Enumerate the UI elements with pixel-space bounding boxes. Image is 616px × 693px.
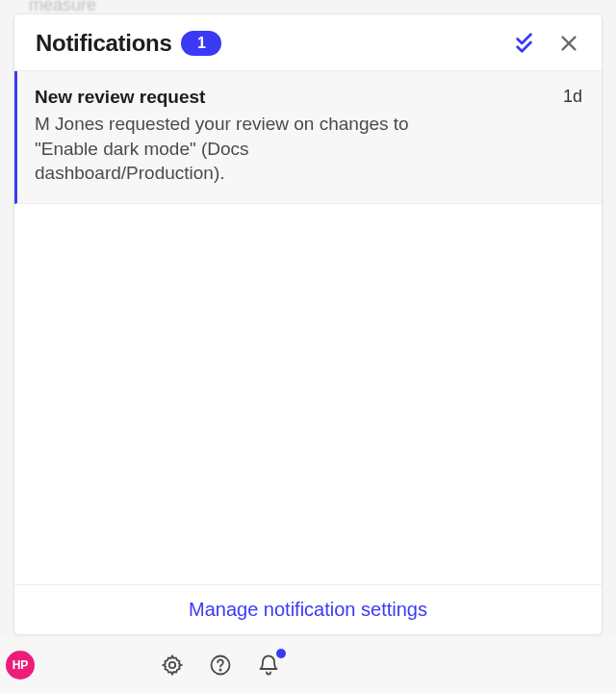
panel-header: Notifications 1 (14, 14, 602, 71)
notifications-panel: Notifications 1 New review request M Jon… (13, 13, 603, 635)
notification-item[interactable]: New review request M Jones requested you… (14, 71, 602, 204)
settings-button[interactable] (160, 653, 185, 678)
header-actions (511, 30, 582, 57)
notifications-list: New review request M Jones requested you… (14, 71, 602, 584)
help-button[interactable] (208, 653, 233, 678)
notification-title: New review request (35, 87, 552, 108)
svg-point-2 (169, 662, 175, 668)
bell-icon (257, 654, 280, 677)
panel-footer: Manage notification settings (14, 584, 602, 634)
panel-title: Notifications (36, 30, 171, 57)
bottom-icons (160, 653, 281, 678)
double-check-icon (514, 33, 535, 54)
mark-all-read-button[interactable] (511, 30, 538, 57)
unread-count-badge: 1 (181, 31, 221, 56)
bottom-bar: HP (0, 637, 616, 693)
notification-indicator-dot (276, 649, 286, 658)
svg-point-4 (219, 669, 220, 670)
avatar[interactable]: HP (6, 651, 35, 680)
notification-time: 1d (563, 87, 582, 186)
close-icon (558, 33, 579, 54)
close-button[interactable] (555, 30, 582, 57)
notification-content: New review request M Jones requested you… (35, 87, 563, 186)
help-icon (209, 654, 232, 677)
notifications-button[interactable] (256, 653, 281, 678)
manage-settings-link[interactable]: Manage notification settings (189, 599, 427, 620)
notification-body: M Jones requested your review on changes… (35, 112, 439, 186)
gear-icon (161, 654, 184, 677)
